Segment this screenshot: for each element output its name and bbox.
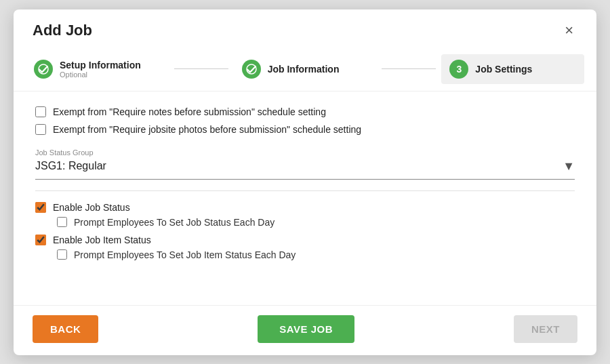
prompt-job-item-status-label[interactable]: Prompt Employees To Set Job Item Status … [74,249,296,260]
step-setup[interactable]: Setup Information Optional [26,54,169,84]
job-status-section: Enable Job Status Prompt Employees To Se… [35,202,575,228]
step-setup-label: Setup Information [60,60,141,70]
step-settings-label: Job Settings [475,64,532,75]
step-jobinfo-label: Job Information [268,64,340,75]
svg-point-0 [39,64,48,74]
close-button[interactable]: × [561,22,577,39]
enable-job-status-label[interactable]: Enable Job Status [53,202,130,213]
step-divider-2 [382,68,436,69]
prompt-job-status-row: Prompt Employees To Set Job Status Each … [57,217,575,228]
job-status-group-field[interactable]: Job Status Group JSG1: Regular ▼ [35,148,575,180]
stepper: Setup Information Optional Job Informati… [14,47,596,92]
step-settings-icon: 3 [449,60,468,79]
back-button[interactable]: BACK [33,315,98,343]
step-jobinfo-icon [242,60,261,79]
enable-job-item-status-row: Enable Job Item Status [35,235,575,245]
exempt-photos-label[interactable]: Exempt from "Require jobsite photos befo… [53,124,361,135]
modal-footer: BACK SAVE JOB NEXT [14,305,596,355]
prompt-job-item-status-row: Prompt Employees To Set Job Item Status … [57,249,575,260]
exempt-photos-checkbox[interactable] [35,124,46,135]
exempt-notes-checkbox[interactable] [35,106,46,117]
step-setup-icon [34,60,53,79]
prompt-job-status-checkbox[interactable] [57,217,67,227]
job-status-group-value: JSG1: Regular [35,160,106,172]
enable-job-item-status-label[interactable]: Enable Job Item Status [53,235,151,245]
modal-title: Add Job [33,22,92,39]
step-job-info[interactable]: Job Information [234,54,377,84]
step-setup-sublabel: Optional [60,70,141,79]
job-status-group-label: Job Status Group [35,148,575,157]
section-divider [35,190,575,191]
exempt-notes-row: Exempt from "Require notes before submis… [35,106,575,117]
next-button: NEXT [514,315,577,343]
enable-job-status-checkbox[interactable] [35,202,46,213]
add-job-modal: Add Job × Setup Information Optional [14,9,596,355]
job-item-status-section: Enable Job Item Status Prompt Employees … [35,235,575,260]
exempt-photos-row: Exempt from "Require jobsite photos befo… [35,124,575,135]
dropdown-arrow-icon: ▼ [563,159,575,174]
prompt-job-item-status-checkbox[interactable] [57,249,67,260]
svg-point-1 [247,64,256,74]
enable-job-item-status-checkbox[interactable] [35,235,46,245]
exempt-notes-label[interactable]: Exempt from "Require notes before submis… [53,106,326,117]
modal-body: Exempt from "Require notes before submis… [14,92,596,305]
step-job-settings[interactable]: 3 Job Settings [441,54,584,84]
enable-job-status-row: Enable Job Status [35,202,575,213]
prompt-job-status-label[interactable]: Prompt Employees To Set Job Status Each … [74,217,274,228]
modal-header: Add Job × [14,9,596,47]
save-job-button[interactable]: SAVE JOB [258,315,354,343]
step-divider-1 [174,68,228,69]
